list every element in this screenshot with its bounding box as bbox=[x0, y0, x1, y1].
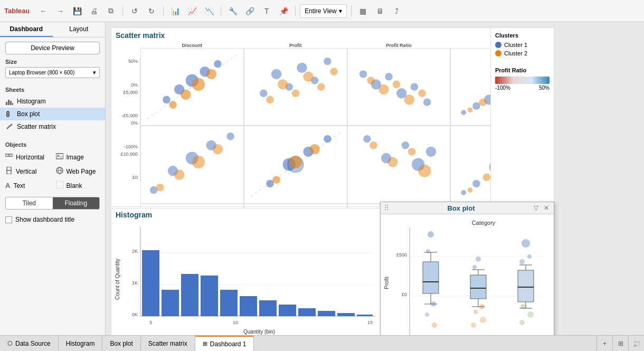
webpage-object[interactable]: Web Page bbox=[53, 164, 103, 178]
svg-point-89 bbox=[401, 141, 409, 149]
chevron-down-icon: ▾ bbox=[93, 69, 96, 76]
boxplot-titlebar[interactable]: ⠿ Box plot ▽ ✕ bbox=[381, 202, 554, 214]
scatter-d-pr bbox=[347, 48, 451, 126]
svg-point-76 bbox=[192, 156, 205, 168]
vertical-label: Vertical bbox=[16, 168, 36, 175]
present-button[interactable]: ▦ bbox=[356, 4, 371, 18]
size-dropdown[interactable]: Laptop Browser (800 × 600) ▾ bbox=[5, 67, 100, 78]
svg-point-79 bbox=[266, 180, 274, 188]
objects-grid: Horizontal Image Vertical bbox=[0, 150, 105, 193]
svg-point-55 bbox=[418, 90, 426, 98]
svg-point-212 bbox=[425, 312, 429, 317]
sheets-section: Sheets Histogram Box plot Scatter matrix bbox=[0, 82, 105, 137]
scatter-legend: Clusters Cluster 1 Cluster 2 Profit Rati… bbox=[490, 28, 554, 207]
svg-point-240 bbox=[519, 320, 525, 325]
tab-histogram[interactable]: Histogram bbox=[59, 336, 103, 351]
svg-point-221 bbox=[476, 257, 481, 262]
toolbar: Tableau ← → 💾 🖨 ⧉ ↺ ↻ 📊 📈 📉 🔧 🔗 T 📌 Enti… bbox=[0, 0, 644, 22]
device-preview-button[interactable]: Device Preview bbox=[5, 42, 100, 54]
pin-button[interactable]: 📌 bbox=[276, 4, 291, 18]
scatter-d-p bbox=[244, 48, 347, 126]
cluster1-legend-item: Cluster 1 bbox=[495, 42, 550, 48]
histogram-label: Histogram bbox=[17, 98, 46, 105]
undo-button[interactable]: ← bbox=[36, 4, 51, 18]
share-button[interactable]: ⤴ bbox=[390, 4, 404, 18]
sidebar-item-boxplot[interactable]: Box plot bbox=[0, 108, 105, 120]
horizontal-object[interactable]: Horizontal bbox=[2, 150, 53, 164]
tiled-button[interactable]: Tiled bbox=[6, 197, 53, 209]
scatter-matrix-title: Scatter matrix bbox=[116, 31, 165, 40]
svg-text:0K: 0K bbox=[132, 312, 138, 317]
show-title-checkbox[interactable] bbox=[5, 216, 12, 223]
tiled-floating-toggle: Tiled Floating bbox=[5, 197, 100, 210]
svg-rect-198 bbox=[337, 313, 355, 316]
y-tick-disc-min: 0% bbox=[131, 82, 138, 88]
size-value: Laptop Browser (800 × 600) bbox=[9, 70, 93, 75]
svg-point-39 bbox=[266, 96, 274, 104]
svg-rect-0 bbox=[6, 102, 7, 105]
new-dashboard-button[interactable]: ⊞ bbox=[612, 336, 628, 351]
undo2-button[interactable]: ↺ bbox=[127, 4, 142, 18]
svg-point-32 bbox=[206, 69, 216, 79]
category-title: Category bbox=[472, 220, 496, 226]
chart3-button[interactable]: 📉 bbox=[202, 4, 216, 18]
gradient-labels: -100% 50% bbox=[495, 85, 550, 91]
svg-rect-197 bbox=[318, 311, 335, 316]
boxplot-filter-button[interactable]: ▽ bbox=[532, 204, 540, 212]
tab-dashboard1[interactable]: ⊞ Dashboard 1 bbox=[195, 336, 254, 351]
save-button[interactable]: 💾 bbox=[70, 4, 84, 18]
gradient-bar bbox=[495, 77, 550, 84]
cluster2-dot bbox=[495, 50, 501, 56]
svg-rect-3 bbox=[12, 103, 13, 105]
histogram-sheet-icon bbox=[5, 97, 14, 106]
drag-handle: ⠿ bbox=[384, 204, 390, 212]
scatter-title-bar: Scatter matrix ⤢ bbox=[111, 28, 554, 43]
chart1-button[interactable]: 📊 bbox=[168, 4, 183, 18]
text-object[interactable]: A Text bbox=[2, 178, 53, 193]
tab-boxplot[interactable]: Box plot bbox=[102, 336, 140, 351]
svg-text:2K: 2K bbox=[132, 249, 138, 254]
show-title-row: Show dashboard title bbox=[0, 214, 105, 225]
svg-rect-22 bbox=[56, 181, 63, 188]
device-button[interactable]: 🖥 bbox=[373, 4, 387, 18]
dashboard-canvas: Scatter matrix ⤢ 50% 0% bbox=[111, 27, 554, 335]
view-dropdown[interactable]: Entire View ▾ bbox=[300, 4, 346, 18]
tab-scatter[interactable]: Scatter matrix bbox=[141, 336, 195, 351]
blank-object[interactable]: Blank bbox=[53, 178, 103, 193]
new-sheet-button[interactable]: + bbox=[596, 336, 612, 351]
scatter-p-d bbox=[140, 126, 244, 203]
new-story-button[interactable]: 📰 bbox=[628, 336, 644, 351]
tools3-button[interactable]: T bbox=[259, 4, 274, 18]
image-label: Image bbox=[67, 154, 84, 161]
tools1-button[interactable]: 🔧 bbox=[225, 4, 240, 18]
svg-point-24 bbox=[163, 96, 171, 104]
tools2-button[interactable]: 🔗 bbox=[242, 4, 257, 18]
redo2-button[interactable]: ↻ bbox=[144, 4, 159, 18]
image-object[interactable]: Image bbox=[53, 150, 103, 164]
chart2-button[interactable]: 📈 bbox=[185, 4, 200, 18]
tab-dashboard[interactable]: Dashboard bbox=[0, 22, 53, 37]
svg-point-82 bbox=[324, 135, 332, 143]
sidebar-item-scatter[interactable]: Scatter matrix bbox=[0, 120, 105, 133]
vertical-object[interactable]: Vertical bbox=[2, 164, 53, 178]
size-label: Size bbox=[5, 59, 100, 65]
boxplot-chart: Category £500 £0 Profit bbox=[381, 214, 555, 335]
boxplot-close-button[interactable]: ✕ bbox=[542, 204, 551, 212]
svg-point-102 bbox=[483, 174, 491, 182]
floating-button[interactable]: Floating bbox=[53, 197, 100, 209]
tab-layout[interactable]: Layout bbox=[53, 22, 106, 37]
tab-datasource[interactable]: ⬡ Data Source bbox=[0, 336, 59, 351]
scatter-matrix-panel: Scatter matrix ⤢ 50% 0% bbox=[111, 27, 554, 207]
chevron-down-icon: ▾ bbox=[339, 7, 342, 15]
redo-button[interactable]: → bbox=[53, 4, 68, 18]
svg-point-85 bbox=[289, 156, 302, 168]
sidebar-item-histogram[interactable]: Histogram bbox=[0, 95, 105, 108]
duplicate-button[interactable]: ⧉ bbox=[103, 4, 118, 18]
print-button[interactable]: 🖨 bbox=[87, 4, 101, 18]
datasource-icon: ⬡ bbox=[7, 340, 13, 347]
y-tick-sales-min: £0 bbox=[132, 175, 138, 180]
hist-y-label: Count of Quantity bbox=[115, 259, 120, 300]
sep1 bbox=[122, 6, 123, 16]
svg-point-213 bbox=[432, 322, 437, 328]
svg-point-96 bbox=[461, 190, 467, 195]
